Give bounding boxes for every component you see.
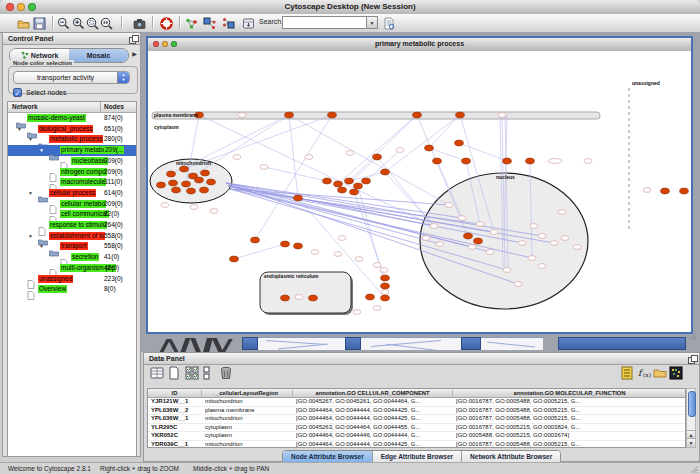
node-unselected[interactable] (436, 242, 444, 247)
import-attributes-icon[interactable] (653, 366, 667, 380)
background-window-fragment[interactable] (190, 338, 201, 352)
node-unselected[interactable] (458, 216, 466, 221)
node-unselected[interactable] (468, 245, 476, 250)
node-unselected[interactable] (190, 205, 198, 210)
node-unselected[interactable] (476, 222, 484, 227)
node-unselected[interactable] (305, 155, 313, 160)
tree-row[interactable]: macromolecule311(0) (8, 177, 136, 188)
node-selected[interactable] (526, 158, 535, 164)
node-unselected[interactable] (514, 282, 522, 287)
node-selected[interactable] (201, 170, 210, 176)
node-selected[interactable] (462, 158, 471, 164)
background-window-fragment[interactable] (203, 338, 213, 352)
node-unselected[interactable] (334, 252, 342, 257)
node-selected[interactable] (680, 188, 689, 194)
select-nodes-checkbox[interactable]: ✓ (13, 88, 22, 97)
node-selected[interactable] (157, 182, 166, 188)
node-selected[interactable] (251, 237, 260, 243)
node-unselected[interactable] (503, 268, 511, 273)
expand-network-icon[interactable] (203, 16, 216, 29)
node-unselected[interactable] (346, 151, 354, 156)
node-unselected[interactable] (373, 263, 381, 268)
node-selected[interactable] (285, 112, 294, 118)
node-unselected[interactable] (238, 113, 246, 118)
node-unselected[interactable] (355, 257, 363, 262)
tree-row[interactable]: multi-organism pro42(0) (8, 263, 136, 274)
attribute-list-icon[interactable] (620, 366, 634, 380)
background-window-fragment[interactable] (168, 339, 179, 352)
tree-row[interactable]: ▼cellular process614(0) (8, 188, 136, 199)
node-selected[interactable] (474, 238, 483, 244)
tree-row[interactable]: secretion41(0) (8, 252, 136, 263)
node-unselected[interactable] (445, 203, 453, 208)
unselect-all-attributes-icon[interactable] (202, 366, 216, 380)
node-selected[interactable] (362, 178, 371, 184)
node-unselected[interactable] (338, 236, 346, 241)
node-unselected[interactable] (373, 306, 381, 311)
node-unselected[interactable] (558, 210, 566, 215)
node-unselected[interactable] (538, 234, 546, 239)
node-unselected[interactable] (530, 224, 538, 229)
node-selected[interactable] (455, 140, 464, 146)
enhanced-search-icon[interactable] (383, 16, 396, 29)
node-selected[interactable] (354, 183, 363, 189)
expander-icon[interactable]: ▼ (17, 126, 22, 132)
collapse-network-icon[interactable] (222, 16, 235, 29)
node-unselected[interactable] (498, 113, 506, 118)
float-panel-icon[interactable] (129, 35, 137, 43)
tree-row[interactable]: response to stimulu264(0) (8, 220, 136, 231)
node-unselected[interactable] (422, 236, 430, 241)
node-selected[interactable] (413, 112, 422, 118)
float-panel-icon[interactable] (688, 355, 696, 363)
node-unselected[interactable] (548, 159, 562, 164)
node-unselected[interactable] (573, 245, 581, 250)
node-selected[interactable] (433, 158, 442, 164)
vizmapper-icon[interactable] (185, 16, 198, 29)
node-unselected[interactable] (381, 290, 389, 295)
tree-row[interactable]: mosaic-demo-yeast874(0) (8, 113, 136, 124)
node-selected[interactable] (661, 188, 670, 194)
node-unselected[interactable] (260, 165, 268, 170)
node-color-select[interactable]: transporter activity ▲▼ (13, 71, 130, 84)
attribute-table[interactable]: ID_cellularLayoutRegionannotation.GO CEL… (147, 388, 686, 448)
layout-icon[interactable] (242, 16, 255, 29)
node-selected[interactable] (373, 154, 382, 160)
node-unselected[interactable] (490, 230, 498, 235)
node-selected[interactable] (334, 181, 343, 187)
node-selected[interactable] (309, 295, 318, 301)
node-selected[interactable] (464, 233, 473, 239)
expander-icon[interactable]: ▼ (39, 243, 44, 249)
tree-row[interactable]: Overview8(0) (8, 284, 136, 295)
node-unselected[interactable] (538, 264, 546, 269)
node-selected[interactable] (230, 256, 239, 262)
node-selected[interactable] (195, 177, 204, 183)
select-all-attributes-icon[interactable] (185, 366, 199, 380)
tree-row[interactable]: ▼transport558(0) (8, 241, 136, 252)
node-selected[interactable] (182, 181, 191, 187)
background-window-fragment[interactable] (481, 337, 543, 350)
attribute-table-scrollbar[interactable]: ▲ ▼ (686, 388, 696, 448)
zoom-selected-region-icon[interactable] (86, 16, 99, 29)
snapshot-icon[interactable] (133, 16, 146, 29)
attribute-table-icon[interactable] (150, 366, 164, 380)
open-file-icon[interactable] (17, 16, 30, 29)
table-row[interactable]: YDR039C__1mitochondrion[GO:0044464, GO:0… (148, 440, 685, 448)
more-tabs-button[interactable]: ▶ (130, 48, 139, 61)
network-canvas[interactable]: plasma membranecytoplasmmitochondrionnuc… (148, 51, 691, 332)
node-selected[interactable] (207, 179, 216, 185)
delete-attribute-icon[interactable] (219, 366, 233, 380)
node-selected[interactable] (381, 275, 390, 281)
network-window-titlebar[interactable]: primary metabolic process (148, 38, 691, 52)
tree-row[interactable]: cell communicat22(0) (8, 209, 136, 220)
node-selected[interactable] (294, 195, 303, 201)
function-builder-icon[interactable]: f(x) (637, 366, 651, 380)
node-selected[interactable] (187, 188, 196, 194)
node-unselected[interactable] (311, 250, 319, 255)
node-selected[interactable] (381, 169, 390, 175)
node-selected[interactable] (281, 295, 290, 301)
zoom-fit-icon[interactable] (100, 16, 113, 29)
node-unselected[interactable] (295, 295, 303, 300)
node-unselected[interactable] (518, 241, 526, 246)
node-unselected[interactable] (161, 203, 169, 208)
background-window-fragment[interactable] (180, 338, 190, 352)
